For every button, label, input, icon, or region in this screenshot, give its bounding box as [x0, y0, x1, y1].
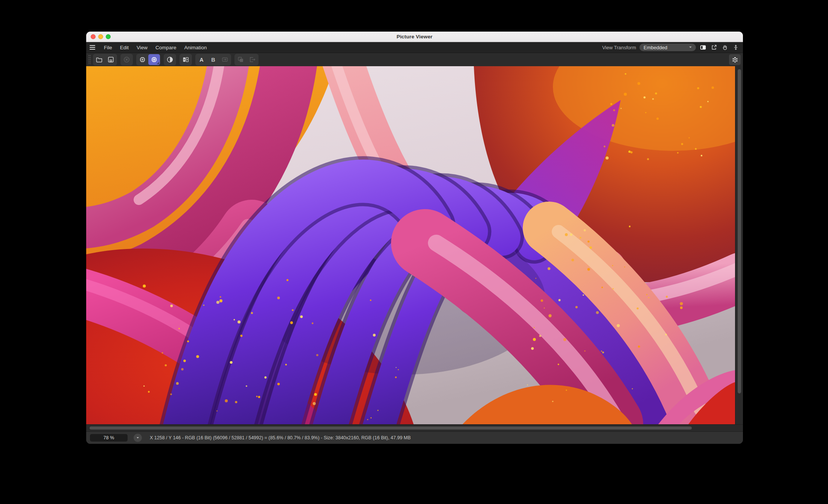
fit-vertical-icon[interactable] [732, 44, 740, 51]
picture-viewer-window: Picture Viewer File Edit View Compare An… [86, 32, 743, 444]
open-file-button[interactable] [93, 54, 105, 65]
pan-hand-icon[interactable] [721, 44, 729, 51]
traffic-lights [91, 32, 111, 42]
view-transform-label: View Transform [602, 45, 636, 50]
menu-view[interactable]: View [137, 45, 148, 50]
minimize-window-button[interactable] [98, 34, 103, 39]
zoom-level-input[interactable]: 78 % [90, 434, 128, 442]
panel-toggle-icon[interactable] [699, 44, 707, 51]
stop-render-chip-button[interactable] [137, 54, 148, 65]
horizontal-scrollbar[interactable] [86, 424, 743, 431]
render-settings-molecule-button[interactable] [729, 54, 741, 65]
menu-items: File Edit View Compare Animation [90, 45, 207, 50]
menu-bar: File Edit View Compare Animation View Tr… [86, 42, 743, 53]
ab-split-compare-button[interactable] [180, 54, 192, 65]
hamburger-menu-icon[interactable] [90, 45, 95, 50]
image-canvas[interactable] [86, 66, 735, 424]
zoom-dropdown-button[interactable] [134, 434, 142, 442]
chevron-down-icon [688, 45, 693, 50]
window-title: Picture Viewer [397, 34, 433, 39]
cancel-button-group [120, 54, 133, 65]
copy-image-button [235, 54, 247, 65]
toolbar-grip-handle[interactable] [88, 55, 91, 65]
swap-ab-button [219, 54, 231, 65]
rendered-image [86, 66, 735, 424]
compare-button-group: A B [195, 54, 231, 65]
close-window-button[interactable] [91, 34, 96, 39]
cancel-render-button [121, 54, 132, 65]
output-button-group [234, 54, 259, 65]
menu-edit[interactable]: Edit [120, 45, 129, 50]
file-button-group [93, 54, 117, 65]
vertical-scrollbar-thumb[interactable] [738, 69, 741, 393]
view-transform-value: Embedded [644, 45, 667, 50]
title-bar[interactable]: Picture Viewer [86, 32, 743, 42]
toolbar: A B [86, 53, 743, 66]
compare-b-button[interactable]: B [207, 54, 219, 65]
viewer-content [86, 66, 743, 424]
menu-file[interactable]: File [104, 45, 112, 50]
ab-split-button-group [180, 54, 192, 65]
horizontal-scrollbar-thumb[interactable] [90, 427, 692, 430]
save-file-button[interactable] [105, 54, 117, 65]
menu-bar-right: View Transform Embedded [602, 44, 740, 51]
contrast-button[interactable] [164, 54, 176, 65]
desktop-background: Picture Viewer File Edit View Compare An… [0, 0, 828, 504]
menu-compare[interactable]: Compare [155, 45, 177, 50]
zoom-window-button[interactable] [106, 34, 111, 39]
export-image-button [247, 54, 258, 65]
view-transform-select[interactable]: Embedded [639, 44, 696, 51]
menu-animation[interactable]: Animation [184, 45, 207, 50]
render-button-group [136, 54, 160, 65]
contrast-button-group [164, 54, 176, 65]
compare-a-button[interactable]: A [196, 54, 207, 65]
vertical-scrollbar[interactable] [735, 66, 743, 424]
render-to-viewer-chip-button[interactable] [148, 54, 160, 65]
pixel-info-text: X 1258 / Y 146 - RGB (16 Bit) (56096 / 5… [150, 435, 411, 440]
open-new-window-icon[interactable] [710, 44, 718, 51]
status-bar: 78 % X 1258 / Y 146 - RGB (16 Bit) (5609… [86, 431, 743, 444]
